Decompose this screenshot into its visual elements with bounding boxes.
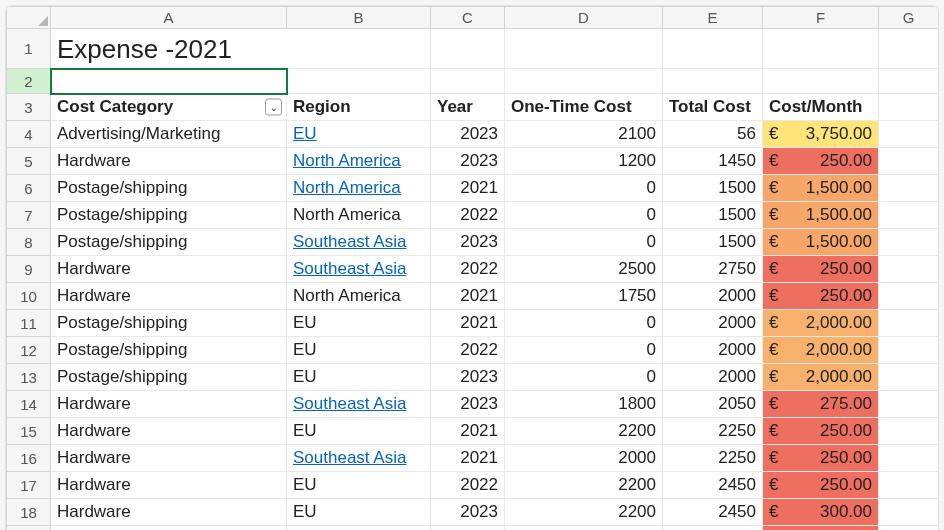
cost-category-cell[interactable]: Hardware	[51, 283, 287, 310]
one-time-cost-cell[interactable]: 0	[505, 175, 663, 202]
year-cell[interactable]: 2023	[431, 229, 505, 256]
year-cell[interactable]: 2021	[431, 283, 505, 310]
cost-month-header[interactable]: Cost/Month	[763, 94, 879, 121]
total-cost-cell[interactable]: 2250	[663, 418, 763, 445]
row-header-19[interactable]: 19	[7, 526, 51, 530]
year-cell[interactable]: 2022	[431, 526, 505, 530]
one-time-cost-cell[interactable]: 0	[505, 337, 663, 364]
cost-category-cell[interactable]: Hardware	[51, 418, 287, 445]
empty-cell[interactable]	[879, 337, 939, 364]
empty-cell[interactable]	[879, 175, 939, 202]
region-cell[interactable]: Southeast Asia	[287, 229, 431, 256]
one-time-cost-cell[interactable]: 0	[505, 364, 663, 391]
total-cost-cell[interactable]: 2450	[663, 472, 763, 499]
row-header-15[interactable]: 15	[7, 418, 51, 445]
one-time-cost-cell[interactable]: 0	[505, 310, 663, 337]
total-cost-cell[interactable]: 56	[663, 121, 763, 148]
row-header-13[interactable]: 13	[7, 364, 51, 391]
empty-cell[interactable]	[879, 310, 939, 337]
cost-month-cell[interactable]: €250.00	[763, 526, 879, 530]
cost-month-cell[interactable]: €2,000.00	[763, 310, 879, 337]
region-cell[interactable]: EU	[287, 472, 431, 499]
col-header-E[interactable]: E	[663, 7, 763, 29]
row-header-8[interactable]: 8	[7, 229, 51, 256]
region-cell[interactable]: EU	[287, 337, 431, 364]
row-header-14[interactable]: 14	[7, 391, 51, 418]
cost-month-cell[interactable]: €250.00	[763, 283, 879, 310]
cost-month-cell[interactable]: €1,500.00	[763, 229, 879, 256]
cost-month-cell[interactable]: €275.00	[763, 391, 879, 418]
region-cell[interactable]: North America	[287, 175, 431, 202]
cost-category-header[interactable]: Cost Category ⌄	[51, 94, 287, 121]
empty-cell[interactable]	[879, 121, 939, 148]
year-cell[interactable]: 2023	[431, 391, 505, 418]
one-time-cost-cell[interactable]: 1800	[505, 391, 663, 418]
cost-month-cell[interactable]: €300.00	[763, 499, 879, 526]
total-cost-cell[interactable]: 2000	[663, 364, 763, 391]
cost-category-cell[interactable]: Hardware	[51, 526, 287, 530]
total-cost-cell[interactable]: 1500	[663, 202, 763, 229]
region-link[interactable]: North America	[293, 178, 401, 197]
region-cell[interactable]: North America	[287, 526, 431, 530]
region-cell[interactable]: EU	[287, 121, 431, 148]
one-time-cost-cell[interactable]: 2200	[505, 526, 663, 530]
cost-month-cell[interactable]: €1,500.00	[763, 202, 879, 229]
one-time-cost-cell[interactable]: 1200	[505, 148, 663, 175]
region-cell[interactable]: North America	[287, 202, 431, 229]
year-cell[interactable]: 2022	[431, 256, 505, 283]
col-header-F[interactable]: F	[763, 7, 879, 29]
row-header-3[interactable]: 3	[7, 94, 51, 121]
one-time-cost-cell[interactable]: 0	[505, 202, 663, 229]
one-time-cost-cell[interactable]: 2500	[505, 256, 663, 283]
empty-cell[interactable]	[879, 418, 939, 445]
cost-month-cell[interactable]: €250.00	[763, 418, 879, 445]
total-cost-cell[interactable]: 1500	[663, 229, 763, 256]
region-cell[interactable]: North America	[287, 148, 431, 175]
col-header-G[interactable]: G	[879, 7, 939, 29]
grid[interactable]: A B C D E F G 1 Expense -2021 2 3 Cost C…	[6, 6, 938, 530]
year-cell[interactable]: 2022	[431, 472, 505, 499]
spreadsheet[interactable]: A B C D E F G 1 Expense -2021 2 3 Cost C…	[6, 6, 938, 530]
row-header-5[interactable]: 5	[7, 148, 51, 175]
cost-month-cell[interactable]: €2,000.00	[763, 364, 879, 391]
one-time-cost-cell[interactable]: 2000	[505, 445, 663, 472]
total-cost-cell[interactable]: 1500	[663, 175, 763, 202]
year-header[interactable]: Year	[431, 94, 505, 121]
cost-category-cell[interactable]: Hardware	[51, 499, 287, 526]
region-link[interactable]: Southeast Asia	[293, 394, 406, 413]
empty-cell[interactable]	[879, 283, 939, 310]
cost-month-cell[interactable]: €2,000.00	[763, 337, 879, 364]
empty-cell[interactable]	[879, 148, 939, 175]
region-cell[interactable]: North America	[287, 283, 431, 310]
cost-category-cell[interactable]: Postage/shipping	[51, 229, 287, 256]
region-link[interactable]: EU	[293, 124, 317, 143]
total-cost-cell[interactable]: 2750	[663, 256, 763, 283]
total-cost-cell[interactable]: 2000	[663, 283, 763, 310]
row-header-2[interactable]: 2	[7, 69, 51, 94]
region-cell[interactable]: EU	[287, 499, 431, 526]
region-cell[interactable]: EU	[287, 418, 431, 445]
cost-month-cell[interactable]: €250.00	[763, 148, 879, 175]
one-time-cost-cell[interactable]: 2200	[505, 472, 663, 499]
cost-month-cell[interactable]: €3,750.00	[763, 121, 879, 148]
region-cell[interactable]: Southeast Asia	[287, 256, 431, 283]
col-header-D[interactable]: D	[505, 7, 663, 29]
one-time-cost-cell[interactable]: 2200	[505, 418, 663, 445]
year-cell[interactable]: 2021	[431, 418, 505, 445]
col-header-A[interactable]: A	[51, 7, 287, 29]
region-link[interactable]: Southeast Asia	[293, 259, 406, 278]
row-header-6[interactable]: 6	[7, 175, 51, 202]
total-cost-cell[interactable]: 1450	[663, 148, 763, 175]
col-header-C[interactable]: C	[431, 7, 505, 29]
row-header-18[interactable]: 18	[7, 499, 51, 526]
one-time-cost-cell[interactable]: 0	[505, 229, 663, 256]
filter-dropdown-icon[interactable]: ⌄	[265, 99, 282, 116]
total-cost-header[interactable]: Total Cost	[663, 94, 763, 121]
year-cell[interactable]: 2023	[431, 121, 505, 148]
year-cell[interactable]: 2023	[431, 148, 505, 175]
empty-cell[interactable]	[879, 445, 939, 472]
cost-category-cell[interactable]: Postage/shipping	[51, 175, 287, 202]
one-time-cost-cell[interactable]: 2200	[505, 499, 663, 526]
region-cell[interactable]: EU	[287, 310, 431, 337]
row-header-12[interactable]: 12	[7, 337, 51, 364]
